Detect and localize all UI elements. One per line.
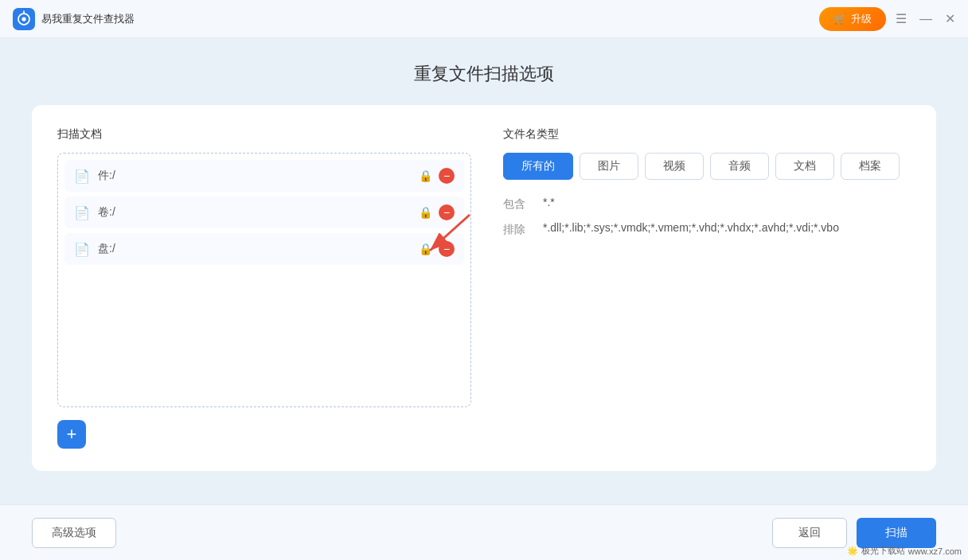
lock-icon[interactable]: 🔒 <box>419 206 432 219</box>
title-bar-left: 易我重复文件查找器 <box>13 8 135 30</box>
type-buttons: 所有的 图片 视频 音频 文档 档案 <box>503 153 911 180</box>
scan-docs-title: 扫描文档 <box>57 127 471 142</box>
title-bar: 易我重复文件查找器 🛒 升级 ☰ — ✕ <box>0 0 968 38</box>
type-btn-image[interactable]: 图片 <box>580 153 638 180</box>
watermark-text: 极光下载站 <box>861 545 905 557</box>
file-icon: 📄 <box>74 205 90 220</box>
scan-item-actions: 🔒 − <box>419 168 455 184</box>
file-icon: 📄 <box>74 169 90 184</box>
type-btn-doc[interactable]: 文档 <box>775 153 834 180</box>
scan-item: 📄 卷:/ 🔒 − <box>64 196 464 228</box>
remove-item-button[interactable]: − <box>439 204 455 220</box>
remove-item-button[interactable]: − <box>439 168 455 184</box>
page-title: 重复文件扫描选项 <box>32 62 936 86</box>
include-label: 包含 <box>503 197 543 212</box>
exclude-label: 排除 <box>503 223 543 237</box>
scan-item-actions: 🔒 − <box>419 204 455 220</box>
watermark: 🌟 极光下载站 www.xz7.com <box>847 545 962 557</box>
file-type-title: 文件名类型 <box>503 127 911 142</box>
watermark-url: www.xz7.com <box>908 546 962 556</box>
file-icon: 📄 <box>74 242 90 257</box>
title-bar-right: 🛒 升级 ☰ — ✕ <box>819 7 955 31</box>
lock-icon[interactable]: 🔒 <box>419 243 432 255</box>
scan-list: 📄 件:/ 🔒 − 📄 卷:/ 🔒 − 📄 <box>57 153 471 407</box>
back-button[interactable]: 返回 <box>772 518 847 548</box>
cart-icon: 🛒 <box>833 13 846 25</box>
main-content: 重复文件扫描选项 扫描文档 📄 件:/ 🔒 − 📄 卷:/ � <box>0 38 968 504</box>
include-value: *.* <box>543 196 911 208</box>
advanced-options-button[interactable]: 高级选项 <box>32 518 116 548</box>
menu-icon[interactable]: ☰ <box>896 11 907 26</box>
type-btn-video[interactable]: 视频 <box>645 153 704 180</box>
main-card: 扫描文档 📄 件:/ 🔒 − 📄 卷:/ 🔒 − <box>32 105 936 471</box>
exclude-value: *.dll;*.lib;*.sys;*.vmdk;*.vmem;*.vhd;*.… <box>543 221 911 234</box>
scan-item-actions: 🔒 − <box>419 241 455 257</box>
scan-item: 📄 盘:/ 🔒 − <box>64 233 464 265</box>
right-panel: 文件名类型 所有的 图片 视频 音频 文档 档案 包含 *.* 排除 *.dll… <box>503 127 911 449</box>
upgrade-button[interactable]: 🛒 升级 <box>819 7 886 31</box>
lock-icon[interactable]: 🔒 <box>419 169 432 182</box>
include-row: 包含 *.* <box>503 196 911 212</box>
type-btn-archive[interactable]: 档案 <box>841 153 900 180</box>
title-bar-icons: ☰ — ✕ <box>896 11 955 26</box>
type-btn-audio[interactable]: 音频 <box>710 153 769 180</box>
type-btn-all[interactable]: 所有的 <box>503 153 573 180</box>
left-panel: 扫描文档 📄 件:/ 🔒 − 📄 卷:/ 🔒 − <box>57 127 471 449</box>
scan-button[interactable]: 扫描 <box>857 518 936 548</box>
add-scan-button[interactable]: + <box>57 420 86 449</box>
bottom-right-actions: 返回 扫描 <box>772 518 936 548</box>
close-icon[interactable]: ✕ <box>945 11 955 26</box>
remove-item-button[interactable]: − <box>439 241 455 257</box>
scan-item: 📄 件:/ 🔒 − <box>64 160 464 192</box>
svg-point-2 <box>21 17 25 21</box>
scan-item-path: 件:/ <box>98 169 419 183</box>
minimize-icon[interactable]: — <box>919 12 932 26</box>
bottom-bar: 高级选项 返回 扫描 <box>0 504 968 560</box>
scan-item-path: 盘:/ <box>98 242 419 256</box>
scan-item-path: 卷:/ <box>98 205 419 220</box>
app-logo-icon <box>13 8 35 30</box>
exclude-row: 排除 *.dll;*.lib;*.sys;*.vmdk;*.vmem;*.vhd… <box>503 221 911 237</box>
app-name: 易我重复文件查找器 <box>41 12 135 26</box>
watermark-logo: 🌟 <box>847 546 858 556</box>
